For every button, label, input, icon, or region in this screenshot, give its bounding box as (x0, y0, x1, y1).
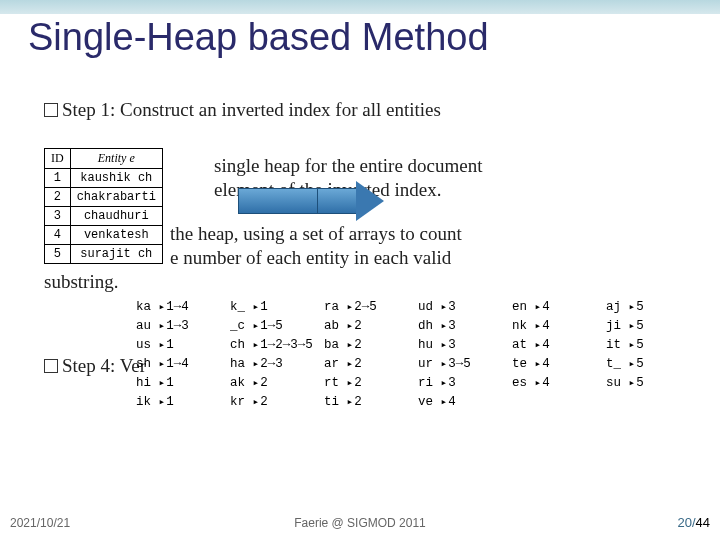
inv-item: rt ▸2 (324, 376, 414, 390)
footer-center: Faerie @ SIGMOD 2011 (294, 516, 426, 530)
step-3-line-b: e number of each entity in each valid (170, 247, 451, 268)
inv-item: en ▸4 (512, 300, 602, 314)
inv-item: _c ▸1→5 (230, 319, 320, 333)
inv-item: sh ▸1→4 (136, 357, 226, 371)
inv-item: hu ▸3 (418, 338, 508, 352)
inv-item: dh ▸3 (418, 319, 508, 333)
inv-item: ik ▸1 (136, 395, 226, 409)
table-row: 2chakrabarti (45, 188, 163, 207)
entity-table: ID Entity e 1kaushik ch 2chakrabarti 3ch… (44, 148, 163, 264)
inv-item: ka ▸1→4 (136, 300, 226, 314)
step-4-text: Step 4: Ver (62, 355, 146, 376)
step-3-line-a: the heap, using a set of arrays to count (170, 223, 462, 244)
bullet-icon (44, 359, 58, 373)
inv-item: te ▸4 (512, 357, 602, 371)
inv-item: ji ▸5 (606, 319, 696, 333)
inverted-index: ka ▸1→4k_ ▸1ra ▸2→5ud ▸3en ▸4aj ▸5au ▸1→… (136, 300, 696, 409)
inv-item: ri ▸3 (418, 376, 508, 390)
inv-item: ur ▸3→5 (418, 357, 508, 371)
slide-title: Single-Heap based Method (28, 16, 489, 59)
step-3-line-c: substring. (44, 271, 118, 292)
inv-item: ar ▸2 (324, 357, 414, 371)
inv-item: aj ▸5 (606, 300, 696, 314)
bullet-icon (44, 103, 58, 117)
inv-item: kr ▸2 (230, 395, 320, 409)
inv-item: ha ▸2→3 (230, 357, 320, 371)
step-1: Step 1: Construct an inverted index for … (44, 98, 700, 122)
th-entity: Entity e (70, 149, 162, 169)
inv-item: ve ▸4 (418, 395, 508, 409)
table-row: 1kaushik ch (45, 169, 163, 188)
table-row: 5surajit ch (45, 245, 163, 264)
inv-item: ra ▸2→5 (324, 300, 414, 314)
inv-item: at ▸4 (512, 338, 602, 352)
inv-item: hi ▸1 (136, 376, 226, 390)
footer-page-current: 20 (677, 515, 691, 530)
inv-item: es ▸4 (512, 376, 602, 390)
top-stripe (0, 0, 720, 14)
step-2-line-a: single heap for the entire document (214, 155, 483, 176)
inv-item: ud ▸3 (418, 300, 508, 314)
footer-date: 2021/10/21 (10, 516, 70, 530)
table-row: 4venkatesh (45, 226, 163, 245)
inv-item: ti ▸2 (324, 395, 414, 409)
footer-page: 20/44 (677, 515, 710, 530)
inv-item (606, 395, 696, 409)
inv-item: su ▸5 (606, 376, 696, 390)
step-1-text: Step 1: Construct an inverted index for … (62, 99, 441, 120)
inv-item: k_ ▸1 (230, 300, 320, 314)
inv-item: au ▸1→3 (136, 319, 226, 333)
inv-item: ab ▸2 (324, 319, 414, 333)
inv-item: ba ▸2 (324, 338, 414, 352)
footer-page-total: 44 (696, 515, 710, 530)
inv-item: t_ ▸5 (606, 357, 696, 371)
inv-item (512, 395, 602, 409)
inv-item: it ▸5 (606, 338, 696, 352)
inv-item: ch ▸1→2→3→5 (230, 338, 320, 352)
inv-item: ak ▸2 (230, 376, 320, 390)
inv-item: nk ▸4 (512, 319, 602, 333)
arrow-icon (238, 188, 318, 214)
th-id: ID (45, 149, 71, 169)
inv-item: us ▸1 (136, 338, 226, 352)
table-row: 3chaudhuri (45, 207, 163, 226)
